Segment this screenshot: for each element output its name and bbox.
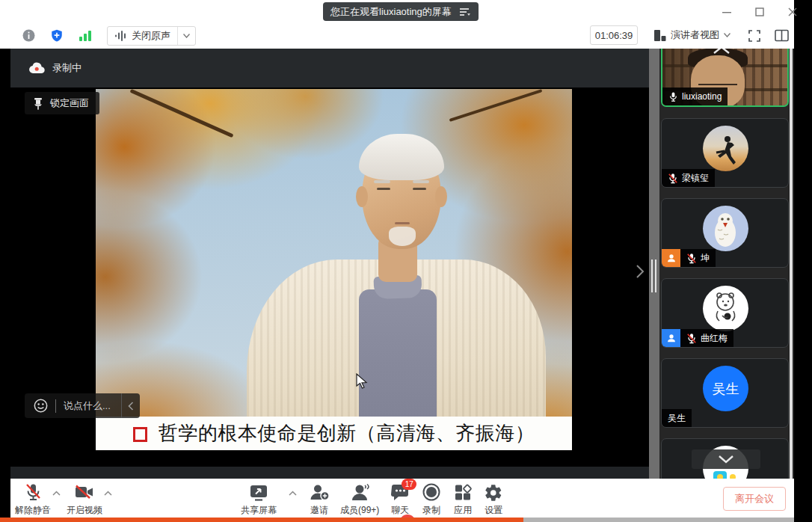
fullscreen-icon[interactable] <box>748 29 761 43</box>
chat-collapse-icon[interactable] <box>121 393 140 418</box>
invite-button[interactable]: 邀请 <box>309 479 330 517</box>
info-icon[interactable] <box>22 29 35 42</box>
shared-screen-area: 录制中 <box>10 49 649 479</box>
mic-muted-icon <box>686 253 697 264</box>
participant-tile-partial[interactable] <box>661 438 789 479</box>
start-video-label: 开启视频 <box>67 504 102 517</box>
participant-tile-quhongmei[interactable]: 曲红梅 <box>661 278 789 348</box>
camera-off-icon <box>73 483 96 503</box>
avatar-owl <box>703 206 748 251</box>
mute-original-dropdown[interactable] <box>177 27 195 45</box>
participant-tile-liuxiaoting[interactable]: liuxiaoting <box>661 49 789 107</box>
apps-grid-icon <box>452 483 473 503</box>
network-signal-icon[interactable] <box>79 30 92 42</box>
portrait-man-hair <box>359 134 444 180</box>
sidebar-expand-icon[interactable] <box>636 264 645 279</box>
mic-on-icon <box>668 91 678 102</box>
layout-view-icon <box>653 29 666 42</box>
participant-tile-kun[interactable]: 坤 <box>661 198 789 268</box>
settings-button[interactable]: 设置 <box>484 479 503 517</box>
participants-sidebar: liuxiaoting <box>659 49 794 479</box>
view-mode-caret-icon <box>724 33 731 37</box>
mic-options-caret[interactable] <box>52 479 61 496</box>
invite-label: 邀请 <box>310 504 328 517</box>
window-titlebar: 您正在观看liuxiaoting的屏幕 <box>0 0 794 49</box>
participant-name: 曲红梅 <box>701 332 728 345</box>
portrait-brow <box>413 180 429 183</box>
apps-button[interactable]: 应用 <box>452 479 473 517</box>
role-badge-orange <box>662 249 680 267</box>
record-button[interactable]: 录制 <box>421 479 442 517</box>
members-button[interactable]: 成员(99+) <box>340 479 379 517</box>
share-header-bar: 录制中 <box>10 49 649 87</box>
portrait-ear <box>356 186 368 207</box>
share-footer-bar <box>10 467 649 479</box>
chat-button[interactable]: 17 聊天 <box>390 479 410 517</box>
participant-name: 梁镇玺 <box>682 172 709 185</box>
scroll-up-icon[interactable] <box>712 49 731 55</box>
split-view-icon[interactable] <box>775 29 789 42</box>
share-screen-button[interactable]: 共享屏幕 <box>241 479 277 517</box>
caption-bullet-icon <box>133 427 147 442</box>
sidebar-resize-handle[interactable] <box>649 49 659 479</box>
watching-banner-label: 您正在观看liuxiaoting的屏幕 <box>330 5 452 19</box>
lock-view-label: 锁定画面 <box>50 96 89 110</box>
chat-unread-badge: 17 <box>402 479 416 490</box>
emoji-icon[interactable] <box>25 399 55 413</box>
sidebar-scrollbar[interactable] <box>790 49 793 479</box>
quick-chat-bar[interactable]: 说点什么... <box>25 393 140 418</box>
participant-name: 坤 <box>701 252 710 265</box>
unmute-button[interactable]: 解除静音 <box>15 479 51 517</box>
lock-view-button[interactable]: 锁定画面 <box>25 92 99 114</box>
taskbar-edge-strip <box>523 518 794 522</box>
members-icon <box>349 483 370 503</box>
recording-indicator: 录制中 <box>28 61 81 75</box>
start-video-button[interactable]: 开启视频 <box>67 479 102 517</box>
avatar-bear-drawing <box>703 286 748 331</box>
maximize-button[interactable] <box>749 4 770 19</box>
gear-icon <box>484 483 503 503</box>
share-screen-label: 共享屏幕 <box>241 504 277 517</box>
recording-label: 录制中 <box>52 61 81 75</box>
view-mode-button[interactable]: 演讲者视图 <box>653 25 731 45</box>
portrait-man-head <box>362 138 441 249</box>
view-mode-label: 演讲者视图 <box>671 28 719 42</box>
slide-caption-strip: 哲学的根本使命是创新（高清海、齐振海） <box>96 417 572 450</box>
security-shield-icon[interactable] <box>50 28 64 43</box>
meeting-timer: 01:06:39 <box>590 25 638 45</box>
portrait-eye <box>377 188 390 190</box>
settings-label: 设置 <box>485 504 502 517</box>
audio-level-icon <box>114 30 127 42</box>
participant-name: liuxiaoting <box>682 91 722 102</box>
bottom-left-notch <box>0 479 10 518</box>
chat-input-placeholder[interactable]: 说点什么... <box>56 399 121 413</box>
watching-banner[interactable]: 您正在观看liuxiaoting的屏幕 <box>323 2 479 21</box>
banner-menu-icon[interactable] <box>459 7 471 17</box>
role-badge-blue <box>662 329 680 347</box>
shared-slide-photo: 哲学的根本使命是创新（高清海、齐振海） <box>96 89 572 450</box>
tree-branch <box>449 89 543 122</box>
close-button[interactable] <box>782 4 803 19</box>
participant-name: 吴生 <box>668 412 686 425</box>
participant-tile-liangzhenxi[interactable]: 梁镇玺 <box>661 118 789 188</box>
scroll-down-control[interactable] <box>692 449 760 469</box>
video-options-caret[interactable] <box>104 479 112 496</box>
pin-icon <box>33 97 43 110</box>
app-window: 您正在观看liuxiaoting的屏幕 <box>0 0 812 522</box>
mute-original-audio-button[interactable]: 关闭原声 <box>107 26 196 46</box>
share-border-strip <box>0 518 523 522</box>
unmute-label: 解除静音 <box>15 504 51 517</box>
tree-branch <box>129 89 233 138</box>
avatar-initials: 吴生 <box>703 366 748 411</box>
portrait-goatee <box>389 227 416 246</box>
participant-tile-wusheng[interactable]: 吴生 吴生 <box>661 358 789 428</box>
leave-meeting-button[interactable]: 离开会议 <box>723 487 786 511</box>
share-options-caret[interactable] <box>289 479 297 496</box>
handle-line <box>655 260 656 292</box>
mouse-cursor <box>356 373 368 390</box>
portrait-brow <box>374 180 390 183</box>
record-icon <box>421 483 442 503</box>
share-screen-icon <box>248 483 269 503</box>
minimize-button[interactable] <box>716 4 737 19</box>
avatar-sunset-runner <box>703 126 748 171</box>
